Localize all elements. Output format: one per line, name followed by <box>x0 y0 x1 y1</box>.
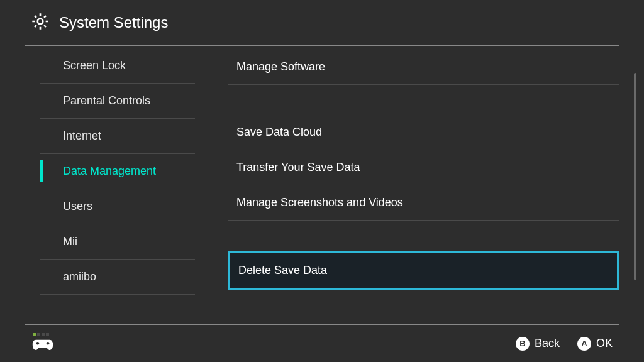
scrollbar-thumb[interactable] <box>634 73 636 280</box>
sidebar-item-label: Data Management <box>63 165 156 177</box>
main-group: Manage Software <box>228 50 619 85</box>
player-dot <box>33 333 36 336</box>
main-panel: Manage Software Save Data Cloud Transfer… <box>201 46 619 317</box>
gear-icon <box>30 11 50 34</box>
sidebar-item-amiibo[interactable]: amiibo <box>40 260 195 295</box>
sidebar-item-label: Users <box>63 200 92 212</box>
main-group: Save Data Cloud Transfer Your Save Data … <box>228 115 619 221</box>
sidebar-item-label: Parental Controls <box>63 94 150 107</box>
controller-indicator <box>31 333 54 354</box>
footer-buttons: B Back A OK <box>516 337 613 351</box>
svg-point-2 <box>47 342 50 345</box>
content-area: Screen Lock Parental Controls Internet D… <box>0 46 644 317</box>
sidebar-item-mii[interactable]: Mii <box>40 224 195 260</box>
main-group: Delete Save Data <box>228 251 619 290</box>
sidebar-item-parental-controls[interactable]: Parental Controls <box>40 84 195 119</box>
controller-icon <box>31 337 54 354</box>
main-item-label: Manage Screenshots and Videos <box>236 196 403 209</box>
main-item-label: Manage Software <box>236 60 325 73</box>
main-item-transfer-save-data[interactable]: Transfer Your Save Data <box>228 150 619 185</box>
back-button[interactable]: B Back <box>516 337 560 351</box>
footer: B Back A OK <box>25 324 619 362</box>
sidebar: Screen Lock Parental Controls Internet D… <box>25 46 201 317</box>
main-item-save-data-cloud[interactable]: Save Data Cloud <box>228 115 619 150</box>
page-title: System Settings <box>59 14 168 31</box>
player-dots <box>33 333 49 336</box>
main-item-manage-screenshots[interactable]: Manage Screenshots and Videos <box>228 185 619 221</box>
main-item-label: Delete Save Data <box>238 264 327 277</box>
main-item-label: Transfer Your Save Data <box>236 161 360 173</box>
sidebar-item-label: Screen Lock <box>63 59 126 72</box>
b-button-icon: B <box>516 337 530 351</box>
sidebar-item-internet[interactable]: Internet <box>40 119 195 154</box>
main-item-delete-save-data[interactable]: Delete Save Data <box>228 251 619 290</box>
a-button-icon: A <box>577 337 591 351</box>
sidebar-item-label: amiibo <box>63 270 96 283</box>
sidebar-item-screen-lock[interactable]: Screen Lock <box>40 48 195 84</box>
sidebar-item-label: Mii <box>63 235 77 248</box>
main-item-label: Save Data Cloud <box>236 126 322 138</box>
player-dot <box>37 333 40 336</box>
svg-point-1 <box>36 342 40 345</box>
svg-point-0 <box>38 19 43 25</box>
header: System Settings <box>0 0 644 45</box>
scrollbar[interactable] <box>634 48 636 287</box>
sidebar-item-label: Internet <box>63 129 101 142</box>
back-label: Back <box>535 337 560 350</box>
ok-label: OK <box>596 337 613 350</box>
ok-button[interactable]: A OK <box>577 337 613 351</box>
main-item-manage-software[interactable]: Manage Software <box>228 50 619 85</box>
sidebar-item-users[interactable]: Users <box>40 189 195 224</box>
player-dot <box>42 333 45 336</box>
sidebar-item-data-management[interactable]: Data Management <box>40 154 195 189</box>
player-dot <box>46 333 49 336</box>
